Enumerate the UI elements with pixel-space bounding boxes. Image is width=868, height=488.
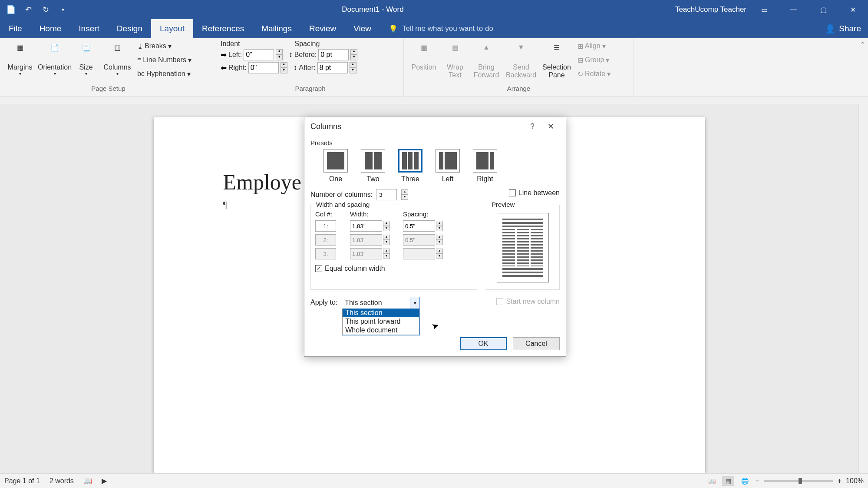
arrange-group-label: Arrange <box>407 85 630 96</box>
apply-to-dropdown-list: This section This point forward Whole do… <box>342 309 419 335</box>
col-1-spacing[interactable] <box>403 220 435 232</box>
read-mode-icon[interactable]: 📖 <box>706 476 718 486</box>
presets-label: Presets <box>310 139 560 146</box>
preset-right[interactable]: Right <box>473 149 497 183</box>
col-header: Col #: <box>315 210 344 218</box>
macro-icon[interactable]: ▶ <box>102 477 107 485</box>
web-layout-icon[interactable]: 🌐 <box>739 476 751 486</box>
presets-row: One Two Three Left Right <box>310 146 560 187</box>
tab-design[interactable]: Design <box>108 19 151 38</box>
equal-width-checkbox[interactable]: ✓ Equal column width <box>315 265 472 272</box>
zoom-out-button[interactable]: − <box>755 477 759 485</box>
dialog-titlebar[interactable]: Columns ? ✕ <box>304 117 566 136</box>
close-button[interactable]: ✕ <box>841 0 865 19</box>
user-name: TeachUcomp Teacher <box>675 5 746 14</box>
word-count[interactable]: 2 words <box>50 477 74 485</box>
apply-option-point-forward[interactable]: This point forward <box>343 317 419 326</box>
col-2-spacing-spinner[interactable]: ▲▼ <box>436 235 443 245</box>
quick-access-toolbar: 📄 ↶ ↻ ▾ <box>3 2 70 17</box>
dialog-help-button[interactable]: ? <box>523 122 541 131</box>
col-3-spacing-spinner[interactable]: ▲▼ <box>436 249 443 259</box>
preset-left[interactable]: Left <box>436 149 460 183</box>
zoom-in-button[interactable]: + <box>838 477 842 485</box>
collapse-ribbon-icon[interactable]: ⌃ <box>860 41 865 48</box>
share-button[interactable]: 👤 Share <box>818 19 868 38</box>
line-between-checkbox[interactable]: Line between <box>509 189 560 197</box>
spacing-after-input[interactable] <box>317 62 348 73</box>
rotate-button[interactable]: ↻ Rotate ▾ <box>576 68 612 80</box>
preset-two[interactable]: Two <box>361 149 385 183</box>
position-button[interactable]: ▦ Position <box>407 40 440 73</box>
ok-button[interactable]: OK <box>460 337 507 350</box>
indent-left-input[interactable] <box>244 49 274 60</box>
group-button[interactable]: ⊟ Group ▾ <box>576 54 612 66</box>
wrap-text-button[interactable]: ▤ Wrap Text <box>442 40 468 81</box>
width-spacing-frame: Width and spacing Col #: Width: Spacing:… <box>310 205 477 290</box>
tab-insert[interactable]: Insert <box>70 19 108 38</box>
selection-pane-button[interactable]: ☰ Selection Pane <box>539 40 574 81</box>
indent-heading: Indent <box>221 40 240 48</box>
ribbon-display-icon[interactable]: ▭ <box>752 0 776 19</box>
breaks-button[interactable]: ⤓ Breaks ▾ <box>135 40 193 52</box>
hyphenation-button[interactable]: bc Hyphenation ▾ <box>135 68 193 80</box>
num-cols-input[interactable] <box>376 189 397 200</box>
line-numbers-button[interactable]: ≡ Line Numbers ▾ <box>135 54 193 66</box>
page-indicator[interactable]: Page 1 of 1 <box>4 477 40 485</box>
send-backward-button[interactable]: ▼ Send Backward <box>505 40 538 81</box>
col-1-width[interactable] <box>350 220 382 232</box>
indent-right-input[interactable] <box>248 62 279 73</box>
orientation-button[interactable]: 📄 Orientation ▾ <box>38 40 71 78</box>
apply-option-this-section[interactable]: This section <box>343 309 419 317</box>
preset-three[interactable]: Three <box>398 149 422 183</box>
position-icon: ▦ <box>415 43 432 61</box>
col-1-width-spinner[interactable]: ▲▼ <box>383 221 390 231</box>
zoom-slider[interactable] <box>764 480 833 482</box>
spacing-after-spinner[interactable]: ▲▼ <box>350 62 356 73</box>
size-button[interactable]: 📃 Size ▾ <box>73 40 99 78</box>
undo-icon[interactable]: ↶ <box>21 2 36 17</box>
tab-layout[interactable]: Layout <box>151 19 193 38</box>
apply-option-whole-document[interactable]: Whole document <box>343 326 419 335</box>
width-header: Width: <box>350 210 397 218</box>
maximize-button[interactable]: ▢ <box>812 0 835 19</box>
print-layout-icon[interactable]: ▦ <box>722 476 734 486</box>
spacing-before-input[interactable] <box>318 49 349 60</box>
tab-home[interactable]: Home <box>31 19 70 38</box>
num-cols-spinner[interactable]: ▲▼ <box>401 189 408 200</box>
spacing-before-spinner[interactable]: ▲▼ <box>350 49 357 60</box>
tab-review[interactable]: Review <box>300 19 345 38</box>
col-3-width-spinner[interactable]: ▲▼ <box>383 249 390 259</box>
vertical-scrollbar[interactable] <box>858 104 868 473</box>
col-1-spacing-spinner[interactable]: ▲▼ <box>436 221 443 231</box>
margins-button[interactable]: ▦ Margins ▾ <box>3 40 36 78</box>
bring-forward-button[interactable]: ▲ Bring Forward <box>470 40 503 81</box>
align-button[interactable]: ⊞ Align ▾ <box>576 40 612 52</box>
spellcheck-icon[interactable]: 📖 <box>83 477 92 485</box>
columns-button[interactable]: ▥ Columns ▾ <box>101 40 134 78</box>
redo-icon[interactable]: ↻ <box>38 2 53 17</box>
spacing-before-icon: ↕ <box>289 50 293 59</box>
qat-customize-icon[interactable]: ▾ <box>56 2 70 17</box>
bring-forward-label: Bring Forward <box>474 63 499 79</box>
horizontal-ruler[interactable] <box>0 96 868 104</box>
indent-left-spinner[interactable]: ▲▼ <box>276 49 283 60</box>
chevron-down-icon[interactable]: ▼ <box>410 297 419 309</box>
tab-file[interactable]: File <box>0 19 31 38</box>
columns-label: Columns <box>103 63 131 71</box>
tell-me-search[interactable]: 💡 Tell me what you want to do <box>380 19 818 38</box>
tab-mailings[interactable]: Mailings <box>253 19 300 38</box>
dialog-close-button[interactable]: ✕ <box>541 122 560 131</box>
cancel-button[interactable]: Cancel <box>513 337 560 350</box>
col-1-num[interactable] <box>315 220 336 232</box>
minimize-button[interactable]: — <box>782 0 805 19</box>
col-2-width-spinner[interactable]: ▲▼ <box>383 235 390 245</box>
spacing-after-label: After: <box>299 64 315 72</box>
preset-one[interactable]: One <box>323 149 348 183</box>
zoom-level[interactable]: 100% <box>846 477 864 485</box>
indent-right-spinner[interactable]: ▲▼ <box>281 62 287 73</box>
save-icon[interactable]: 📄 <box>3 2 18 17</box>
tab-references[interactable]: References <box>193 19 253 38</box>
apply-to-combo[interactable]: This section ▼ This section This point f… <box>342 297 420 335</box>
send-backward-label: Send Backward <box>506 63 536 79</box>
tab-view[interactable]: View <box>345 19 380 38</box>
